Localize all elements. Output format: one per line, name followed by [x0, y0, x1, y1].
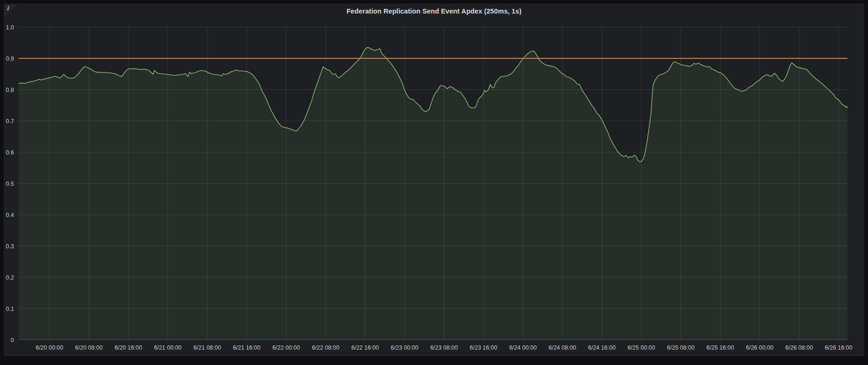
x-tick-label: 6/24 00:00 — [509, 344, 537, 351]
dashboard-page: i Federation Replication Send Event Apde… — [0, 0, 868, 365]
x-tick-label: 6/26 00:00 — [746, 344, 773, 351]
x-tick-label: 6/25 08:00 — [667, 344, 694, 351]
x-tick-label: 6/22 16:00 — [351, 344, 379, 351]
y-tick-label: 0.9 — [6, 56, 14, 62]
x-tick-label: 6/22 00:00 — [272, 344, 300, 351]
x-tick-label: 6/23 08:00 — [430, 344, 458, 351]
x-tick-label: 6/21 16:00 — [233, 344, 260, 351]
y-tick-label: 0.4 — [6, 212, 14, 218]
x-tick-label: 6/26 16:00 — [825, 344, 852, 351]
y-tick-label: 0 — [11, 337, 14, 344]
y-tick-label: 0.5 — [6, 181, 14, 187]
y-tick-label: 0.2 — [6, 274, 14, 281]
x-tick-label: 6/24 16:00 — [588, 344, 616, 351]
x-tick-label: 6/26 08:00 — [785, 344, 813, 351]
x-tick-label: 6/25 16:00 — [707, 344, 734, 351]
x-tick-label: 6/21 08:00 — [194, 344, 221, 351]
x-tick-label: 6/20 00:00 — [35, 344, 63, 351]
x-tick-label: 6/25 00:00 — [627, 344, 655, 351]
x-tick-label: 6/21 00:00 — [154, 344, 181, 351]
x-tick-label: 6/20 16:00 — [115, 344, 142, 351]
apdex-series-fill — [19, 48, 847, 340]
y-tick-label: 0.1 — [6, 306, 14, 312]
apdex-timeseries-chart[interactable]: 00.10.20.30.40.50.60.70.80.91.06/20 00:0… — [0, 0, 868, 365]
y-tick-label: 1.0 — [6, 24, 14, 31]
y-tick-label: 0.6 — [6, 149, 14, 156]
x-tick-label: 6/23 00:00 — [391, 344, 418, 351]
y-tick-label: 0.8 — [6, 87, 14, 93]
y-tick-label: 0.7 — [6, 118, 14, 125]
x-tick-label: 6/22 08:00 — [312, 344, 340, 351]
y-tick-label: 0.3 — [6, 243, 14, 250]
x-tick-label: 6/23 16:00 — [470, 344, 497, 351]
x-tick-label: 6/24 08:00 — [549, 344, 576, 351]
x-tick-label: 6/20 08:00 — [75, 344, 103, 351]
